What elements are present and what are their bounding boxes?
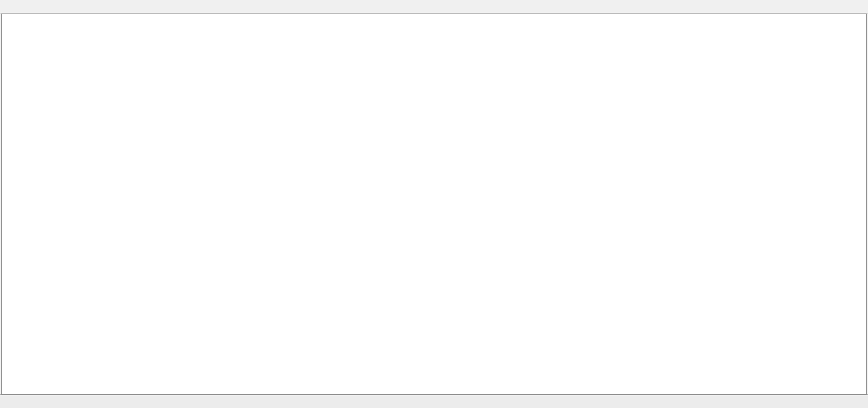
chart-canvas[interactable]: [2, 14, 866, 394]
timeframe-toolbar: [0, 0, 868, 14]
chart-tab-bar: [0, 394, 868, 408]
chart-title: [6, 16, 12, 24]
chart-window: [1, 14, 867, 394]
